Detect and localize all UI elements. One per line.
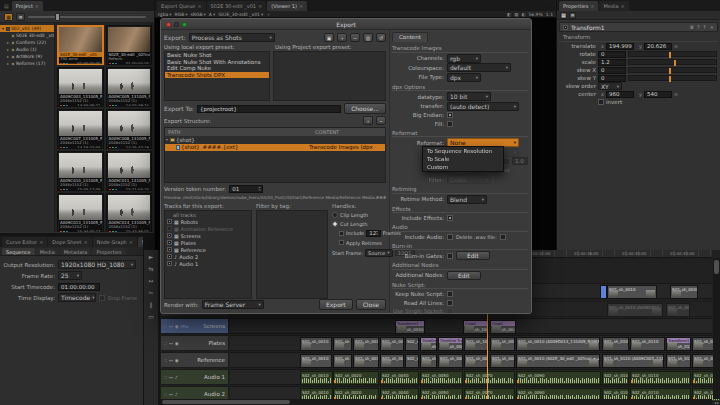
- viewer-zoom-level[interactable]: 56.9%: [528, 12, 542, 17]
- scroll-right-icon[interactable]: ▸: [717, 400, 719, 405]
- viewer-layer-select[interactable]: RGB▾: [175, 12, 188, 17]
- tab-node-graph[interactable]: Node Graph×: [93, 237, 137, 247]
- settings-select[interactable]: default▾: [447, 63, 511, 72]
- timeline-clip[interactable]: S02_sh_0100: [602, 337, 629, 351]
- thumbnail-view-button[interactable]: ▦: [4, 13, 13, 21]
- scroll-left-icon[interactable]: ◂: [714, 400, 716, 405]
- project-bin-item[interactable]: ▸Reforms (17): [0, 60, 54, 67]
- project-bin-item[interactable]: S02E 30-edit _v01: [0, 32, 54, 39]
- track-header[interactable]: ∷↔♪Audio 1: [160, 369, 229, 385]
- export-track-item[interactable]: ▦Animation Reference: [165, 225, 251, 232]
- hscroll-handle[interactable]: [162, 400, 290, 404]
- track-checkbox[interactable]: [167, 240, 172, 245]
- revert-preset-button[interactable]: ↺: [376, 33, 386, 42]
- property-value-field[interactable]: 0: [598, 75, 626, 82]
- sequence-field-select[interactable]: Timecode▾: [58, 293, 96, 302]
- settings-checkbox[interactable]: [447, 291, 453, 297]
- razor-tool-icon[interactable]: ✂: [148, 290, 153, 296]
- structure-folder-row[interactable]: ▾ {shot}: [165, 136, 385, 144]
- property-slider[interactable]: [628, 67, 717, 73]
- node-info-icon[interactable]: ≣: [690, 24, 694, 30]
- project-bin-item[interactable]: ▸ArtWork (9): [0, 53, 54, 60]
- add-viewer-input-icon[interactable]: ＋: [266, 12, 271, 17]
- property-y-field[interactable]: 540: [644, 91, 672, 98]
- close-icon[interactable]: ×: [35, 3, 39, 9]
- structure-file-row[interactable]: {shot}_####.{ext} Transcode Images (dpx …: [165, 144, 385, 152]
- include-handles-checkbox[interactable]: [339, 231, 344, 236]
- settings-select[interactable]: rgb▾: [447, 54, 481, 63]
- settings-checkbox[interactable]: [447, 234, 453, 240]
- timeline-clip[interactable]: S02_sh_0070: [464, 354, 489, 368]
- timeline-clip[interactable]: S02_sh_0080: [490, 337, 515, 351]
- timeline-clip[interactable]: Timeline TransfoS02_sh_0050: [420, 337, 437, 351]
- project-bin-item[interactable]: ▸Audio (1): [0, 46, 54, 53]
- timeline-clip[interactable]: S02_sh_0030: [353, 337, 379, 351]
- export-track-item[interactable]: ▦Reference: [165, 246, 251, 253]
- track-header[interactable]: ∷↔◉(ProScreens: [160, 318, 229, 334]
- cut-length-radio[interactable]: [332, 221, 338, 227]
- track-lane[interactable]: Transform1S02_sh_0040Crop1S02_sh_104.PNC…: [230, 318, 712, 334]
- timeline-clip[interactable]: S02_sh_0040: [380, 354, 404, 368]
- tab-dope-sheet[interactable]: Dope Sheet×: [48, 237, 91, 247]
- timeline-clip[interactable]: S02_sh_0120 (A009C007_131005_R0W): [602, 354, 664, 368]
- track-lane[interactable]: S02_sh_0010S02_shS02_sh_0030S02_sh_0040S…: [230, 352, 712, 368]
- spin-down-icon[interactable]: ▾: [259, 189, 261, 192]
- close-icon[interactable]: ×: [84, 239, 88, 245]
- viewer-channels-select[interactable]: rgba▾: [158, 12, 172, 17]
- property-value-field[interactable]: 0: [598, 51, 626, 58]
- media-thumbnail[interactable]: A009C014_131005_R0W2048x1152 (1)15:42:36…: [106, 193, 153, 232]
- subtab-media[interactable]: Media: [36, 248, 59, 255]
- tab-media[interactable]: Media×: [599, 1, 628, 11]
- track-checkbox[interactable]: [167, 254, 172, 259]
- remove-structure-button[interactable]: −: [376, 116, 386, 125]
- timeline-clip[interactable]: S02_sh_0010 (A009D013_131005_R0WX): [516, 337, 600, 351]
- timeline-clip[interactable]: S02_sh: [405, 354, 419, 368]
- timeline-clip[interactable]: S02_sh_0030: [353, 354, 379, 368]
- timeline-clip[interactable]: S02_sh_0030: [670, 285, 698, 299]
- timeline-clip[interactable]: S02_sh_0050: [420, 354, 437, 368]
- timeline-vscrollbar[interactable]: [713, 258, 720, 399]
- timeline-clip[interactable]: S02_sh_0010: [300, 337, 332, 351]
- export-button[interactable]: Export: [319, 299, 353, 310]
- subtab-metadata[interactable]: Metadata: [60, 248, 92, 255]
- close-icon[interactable]: ×: [197, 3, 201, 9]
- tab-export-queue[interactable]: Export Queue×: [157, 1, 206, 11]
- property-x-field[interactable]: 960: [606, 91, 634, 98]
- props-tool-button-2[interactable]: ≡: [569, 12, 576, 19]
- timeline-clip[interactable]: S02_sh_0100: [602, 371, 629, 385]
- close-icon[interactable]: ×: [621, 3, 625, 9]
- close-icon[interactable]: ×: [299, 3, 303, 9]
- track-header[interactable]: ∷↔◉Plates: [160, 335, 229, 351]
- track-checkbox[interactable]: [167, 261, 172, 266]
- timeline-clip[interactable]: S02_sh_0040: [380, 371, 419, 385]
- track-checkbox[interactable]: [167, 247, 172, 252]
- sequence-field-value[interactable]: 01:00:00:00: [58, 283, 100, 291]
- track-lane[interactable]: S02_sh_0010S02_sh_0020S02_sh_0040S02_sh_…: [230, 369, 712, 385]
- track-checkbox[interactable]: [167, 219, 172, 224]
- tab-content[interactable]: Content: [392, 32, 428, 42]
- list-view-button[interactable]: ≡: [16, 13, 25, 21]
- subtab-properties[interactable]: Properties: [92, 248, 125, 255]
- timeline-clip[interactable]: S02_sh_0070: [464, 371, 515, 385]
- viewer-clip-select[interactable]: S02E_30-edit _v01▾: [218, 12, 263, 17]
- tab-s02e-30-edit-v01[interactable]: S02E 30-edit _v01×: [207, 1, 267, 11]
- path-column-header[interactable]: PATH: [165, 129, 315, 135]
- timeline-clip[interactable]: S02_sh_0040: [380, 337, 404, 351]
- tab--viewer-1-[interactable]: (Viewer 1)×: [267, 1, 307, 11]
- track-checkbox[interactable]: [167, 226, 172, 231]
- apply-retimes-checkbox[interactable]: [339, 240, 344, 245]
- dropdown-option[interactable]: To Sequence Resolution: [423, 147, 503, 155]
- version-token-field[interactable]: 01 ▴▾: [229, 185, 263, 193]
- sequence-field-select[interactable]: 1920x1080 HD_1080▾: [58, 260, 136, 269]
- add-structure-button[interactable]: ＋: [363, 116, 373, 125]
- timeline-clip[interactable]: Transform1S02_sh_0120: [666, 337, 691, 351]
- tab-curve-editor[interactable]: Curve Editor×: [2, 237, 47, 247]
- choose-button[interactable]: Choose...: [344, 103, 386, 114]
- settings-select[interactable]: dpx▾: [447, 73, 481, 82]
- property-value-field[interactable]: 1.2: [598, 59, 626, 66]
- timeline-clip[interactable]: S02_sh_0060: [438, 354, 463, 368]
- drop-frame-checkbox[interactable]: [99, 295, 105, 301]
- handles-frames-field[interactable]: 12 ▴▾: [366, 230, 381, 237]
- caret-down-icon[interactable]: ▾: [165, 137, 169, 142]
- thumbnail-size-slider[interactable]: [28, 13, 150, 21]
